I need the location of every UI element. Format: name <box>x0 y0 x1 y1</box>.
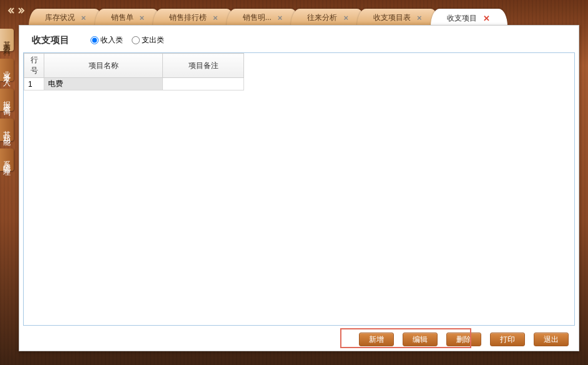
category-radio-group: 收入类 支出类 <box>91 35 164 46</box>
radio-income[interactable]: 收入类 <box>91 35 123 46</box>
close-icon[interactable]: ✕ <box>482 14 491 22</box>
data-grid[interactable]: 行号 项目名称 项目备注 1 电费 <box>23 52 575 326</box>
radio-expense-input[interactable] <box>132 36 140 44</box>
tab-sales-order[interactable]: 销售单 × <box>95 9 162 26</box>
radio-income-label: 收入类 <box>100 35 123 46</box>
side-nav: 基本资料 业务录入 报表查询 其它功能 系统管理 <box>0 29 14 365</box>
sidenav-item-system-admin[interactable]: 系统管理 <box>0 148 14 171</box>
close-icon[interactable]: × <box>416 14 423 22</box>
radio-expense-label: 支出类 <box>142 35 164 46</box>
panel-footer: 新增 编辑 删除 打印 退出 <box>19 328 579 351</box>
tab-sales-ranking[interactable]: 销售排行榜 × <box>153 9 235 26</box>
panel-header: 收支项目 收入类 支出类 <box>19 26 579 52</box>
tab-label: 库存状况 <box>45 9 75 26</box>
close-icon[interactable]: × <box>277 14 284 22</box>
main-panel: 收支项目 收入类 支出类 行号 项目名称 项目备注 1 <box>19 25 579 351</box>
tab-label: 销售单 <box>111 9 134 26</box>
tab-strip: 库存状况 × 销售单 × 销售排行榜 × 销售明... × 往来分析 × 收支项… <box>0 0 588 26</box>
tab-label: 销售明... <box>243 9 272 26</box>
col-header-name[interactable]: 项目名称 <box>44 54 163 78</box>
cell-note[interactable] <box>163 78 244 90</box>
panel-title: 收支项目 <box>32 34 69 46</box>
tab-transaction-analysis[interactable]: 往来分析 × <box>291 9 366 26</box>
add-button[interactable]: 新增 <box>359 333 394 346</box>
close-icon[interactable]: × <box>342 14 350 22</box>
cell-name[interactable]: 电费 <box>44 78 163 90</box>
edit-button[interactable]: 编辑 <box>403 333 438 346</box>
close-icon[interactable]: × <box>212 14 219 22</box>
tab-label: 收支项目表 <box>373 9 411 26</box>
col-header-note[interactable]: 项目备注 <box>163 54 244 78</box>
delete-button[interactable]: 删除 <box>446 333 481 346</box>
sidenav-item-report-query[interactable]: 报表查询 <box>0 89 14 111</box>
tab-inventory-status[interactable]: 库存状况 × <box>29 9 104 26</box>
print-button[interactable]: 打印 <box>490 333 525 346</box>
tab-scroll-arrows <box>6 6 26 15</box>
sidenav-item-basic-data[interactable]: 基本资料 <box>0 29 14 51</box>
close-icon[interactable]: × <box>139 14 146 22</box>
cell-rownum[interactable]: 1 <box>24 78 44 90</box>
exit-button[interactable]: 退出 <box>534 333 569 346</box>
tab-scroll-left-icon[interactable] <box>6 6 15 15</box>
radio-income-input[interactable] <box>91 36 99 44</box>
close-icon[interactable]: × <box>80 14 87 22</box>
tab-income-expense-table[interactable]: 收支项目表 × <box>357 9 439 26</box>
radio-expense[interactable]: 支出类 <box>132 35 164 46</box>
table-row[interactable]: 1 电费 <box>24 78 244 90</box>
col-header-rownum[interactable]: 行号 <box>24 54 44 78</box>
tab-label: 往来分析 <box>307 9 337 26</box>
tab-label: 收支项目 <box>447 9 477 27</box>
tab-label: 销售排行榜 <box>169 9 207 26</box>
sidenav-item-business-entry[interactable]: 业务录入 <box>0 59 14 81</box>
tab-sales-detail[interactable]: 销售明... × <box>227 9 300 26</box>
sidenav-item-other-func[interactable]: 其它功能 <box>0 119 14 141</box>
tab-scroll-right-icon[interactable] <box>17 6 26 15</box>
